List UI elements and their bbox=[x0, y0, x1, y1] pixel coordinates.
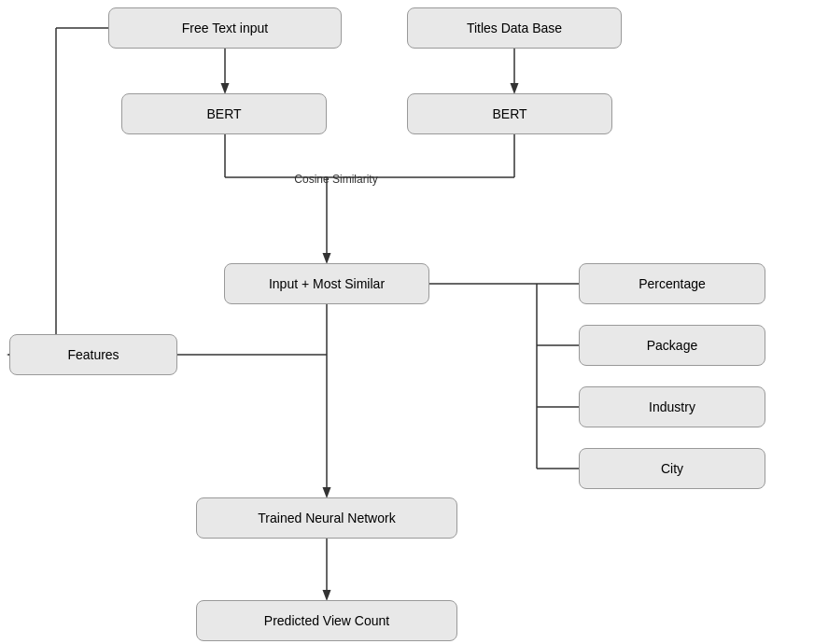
free-text-input-node: Free Text input bbox=[108, 7, 342, 49]
bert-left-node: BERT bbox=[121, 93, 327, 134]
diagram-container: Free Text input Titles Data Base BERT BE… bbox=[0, 0, 814, 644]
package-label: Package bbox=[647, 338, 697, 353]
trained-nn-node: Trained Neural Network bbox=[196, 497, 457, 539]
predicted-view-node: Predicted View Count bbox=[196, 600, 457, 641]
city-node: City bbox=[579, 448, 765, 489]
bert-left-label: BERT bbox=[206, 106, 241, 121]
bert-right-node: BERT bbox=[407, 93, 612, 134]
free-text-input-label: Free Text input bbox=[182, 21, 268, 35]
percentage-label: Percentage bbox=[639, 276, 706, 291]
titles-database-node: Titles Data Base bbox=[407, 7, 622, 49]
industry-label: Industry bbox=[649, 399, 695, 414]
titles-database-label: Titles Data Base bbox=[467, 21, 562, 35]
industry-node: Industry bbox=[579, 386, 765, 427]
trained-nn-label: Trained Neural Network bbox=[258, 511, 395, 525]
features-label: Features bbox=[67, 347, 119, 362]
cosine-similarity-label: Cosine Similarity bbox=[261, 170, 411, 189]
percentage-node: Percentage bbox=[579, 263, 765, 304]
package-node: Package bbox=[579, 325, 765, 366]
city-label: City bbox=[661, 461, 683, 476]
input-most-similar-node: Input + Most Similar bbox=[224, 263, 429, 304]
bert-right-label: BERT bbox=[492, 106, 526, 121]
predicted-view-label: Predicted View Count bbox=[264, 613, 389, 628]
input-most-similar-label: Input + Most Similar bbox=[269, 276, 385, 291]
features-node: Features bbox=[9, 334, 177, 375]
